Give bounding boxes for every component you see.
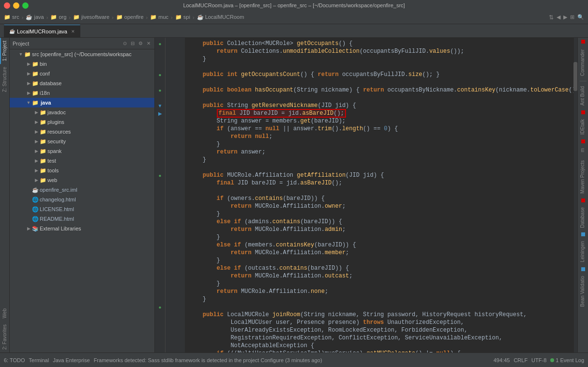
- tree-label-changelog: changelog.html: [40, 197, 76, 202]
- tree-label-i18n: i18n: [40, 90, 50, 96]
- tree-item-test[interactable]: ▶ 📁 test: [10, 156, 154, 166]
- panel-settings-button[interactable]: ⚙: [137, 41, 144, 46]
- vtab-web[interactable]: Web: [0, 306, 9, 321]
- tree-item-database[interactable]: ▶ 📁 database: [10, 78, 154, 88]
- tree-item-tools[interactable]: ▶ 📁 tools: [10, 166, 154, 175]
- statusbar-right: 494:45 CRLF UTF-8 1 Event Log: [494, 357, 584, 363]
- nav-jivesoftware[interactable]: 📁 jivesoftware: [73, 14, 109, 20]
- rs-tab-ant[interactable]: Ant Build: [579, 82, 587, 109]
- panel-sync-button[interactable]: ⊙: [122, 41, 128, 46]
- folder-icon-java: 📁: [32, 100, 40, 106]
- tree-item-javadoc[interactable]: ▶ 📁 javadoc: [10, 107, 154, 117]
- gutter-row-11: [155, 117, 165, 125]
- nav-spi[interactable]: 📁 spi: [175, 14, 190, 20]
- nav-org[interactable]: 📁 org: [50, 14, 66, 20]
- nav-java[interactable]: ☕ java: [26, 14, 44, 20]
- gutter-row-1: ●: [155, 40, 165, 47]
- gutter-row-18: ●: [155, 171, 165, 179]
- nav-icon-search[interactable]: 🔍: [577, 14, 584, 20]
- maximize-button[interactable]: [22, 2, 29, 9]
- tree-item-web[interactable]: ▶ 📁 web: [10, 175, 154, 185]
- gutter-row-22: [155, 202, 165, 210]
- tree-item-plugins[interactable]: ▶ 📁 plugins: [10, 117, 154, 127]
- tab-close-button[interactable]: ✕: [71, 29, 75, 34]
- tree-arrow-resources: ▶: [33, 129, 40, 134]
- statusbar-encoding[interactable]: UTF-8: [531, 357, 546, 363]
- vtab-project[interactable]: 1: Project: [0, 38, 9, 64]
- vtab-structure[interactable]: Z: Structure: [0, 64, 9, 95]
- encoding-label: UTF-8: [531, 357, 546, 363]
- rs-tab-leiningen[interactable]: Leiningen: [579, 237, 587, 266]
- tree-item-resources[interactable]: ▶ 📁 resources: [10, 127, 154, 137]
- tree-item-changelog[interactable]: ▶ 🌐 changelog.html: [10, 195, 154, 204]
- gutter-row-3: [155, 55, 165, 63]
- statusbar-position[interactable]: 494:45: [494, 357, 510, 363]
- statusbar-todo[interactable]: 6: TODO: [4, 357, 25, 363]
- tree-item-bin[interactable]: ▶ 📁 bin: [10, 59, 154, 69]
- tree-item-conf[interactable]: ▶ 📁 conf: [10, 69, 154, 78]
- nav-icon-right[interactable]: ▶: [563, 14, 567, 20]
- tree-label-resources: resources: [47, 129, 71, 135]
- event-log-label: 1 Event Log: [556, 357, 584, 363]
- folder-icon-plugins: 📁: [40, 119, 47, 125]
- tree-item-spank[interactable]: ▶ 📁 spank: [10, 146, 154, 156]
- gutter-row-25: [155, 226, 165, 233]
- nav-localMUCRoom[interactable]: ☕ LocalMUCRoom: [197, 14, 244, 20]
- tree-item-license[interactable]: ▶ 🌐 LICENSE.html: [10, 204, 154, 214]
- folder-icon-test: 📁: [40, 158, 47, 164]
- nav-src[interactable]: 📁 src: [4, 14, 19, 20]
- gutter-marker-7: ●: [158, 88, 161, 93]
- nav-icon-layout[interactable]: ⊞: [570, 14, 574, 20]
- nav-openfire[interactable]: 📁 openfire: [116, 14, 144, 20]
- gutter-row-20: [155, 187, 165, 195]
- statusbar-line-sep[interactable]: CRLF: [513, 357, 528, 363]
- folder-icon-conf: 📁: [32, 71, 40, 77]
- gutter-row-34: [155, 295, 165, 303]
- tab-localMUCRoom[interactable]: ☕ LocalMUCRoom.java ✕: [4, 25, 80, 37]
- tree-item-readme[interactable]: ▶ 🌐 README.html: [10, 214, 154, 224]
- statusbar-message-area: Frameworks detected: Sass stdlib framewo…: [94, 357, 490, 363]
- code-scroll[interactable]: public Collection<MUCRole> getOccupants(…: [185, 38, 573, 352]
- vtab-favorites[interactable]: 2: Favorites: [0, 321, 9, 352]
- rs-tab-database[interactable]: Database: [579, 203, 587, 232]
- tree-item-security[interactable]: ▶ 📁 security: [10, 137, 154, 146]
- rs-tab-m[interactable]: m: [579, 144, 587, 156]
- statusbar-java-enterprise[interactable]: Java Enterprise: [53, 357, 90, 363]
- nav-muc[interactable]: 📁 muc: [150, 14, 168, 20]
- minimize-button[interactable]: [13, 2, 19, 9]
- close-button[interactable]: [4, 2, 10, 9]
- gutter-row-10: ▶: [155, 109, 165, 117]
- rs-tab-ideatalk[interactable]: IDEtalk: [579, 115, 587, 138]
- panel-collapse-button[interactable]: ⊟: [130, 41, 136, 46]
- nav-icon-sort[interactable]: ⇅: [549, 14, 554, 21]
- rs-tab-maven[interactable]: Maven Projects: [579, 156, 587, 198]
- tree-item-openfire-iml[interactable]: ▶ ☕ openfire_src.iml: [10, 185, 154, 195]
- tree-item-java[interactable]: ▼ 📁 java: [10, 98, 154, 107]
- tree-label-readme: README.html: [40, 216, 74, 222]
- minimap-scrollbar[interactable]: [573, 38, 577, 352]
- statusbar-event-log[interactable]: 1 Event Log: [550, 357, 584, 363]
- gutter-row-28: [155, 249, 165, 257]
- left-sidebar-tabs: 1: Project Z: Structure Web 2: Favorites: [0, 38, 10, 352]
- tree-item-external-libs[interactable]: ▶ 📚 External Libraries: [10, 224, 154, 233]
- event-log-icon: [550, 358, 554, 362]
- panel-toolbar: ⊙ ⊟ ⚙ ✕: [122, 41, 151, 46]
- tree-item-i18n[interactable]: ▶ 📁 i18n: [10, 88, 154, 98]
- rs-tab-bean[interactable]: Bean Validatio: [579, 272, 587, 311]
- gutter-row-21: [155, 195, 165, 202]
- window-controls[interactable]: [4, 2, 29, 9]
- rs-tab-commander[interactable]: Commander: [579, 46, 587, 80]
- nav-icon-left[interactable]: ◀: [557, 14, 560, 20]
- tree-root[interactable]: ▼ 📁 src [openfire_src] (~/Documents/work…: [10, 49, 154, 59]
- statusbar-terminal[interactable]: Terminal: [29, 357, 49, 363]
- rs-indicator-3: [581, 139, 585, 143]
- gutter-row-8: [155, 94, 165, 102]
- panel-close-button[interactable]: ✕: [146, 41, 151, 46]
- tree-label-spank: spank: [47, 148, 61, 154]
- gutter-row-9: ▼: [155, 102, 165, 109]
- tree-label-plugins: plugins: [47, 119, 64, 125]
- gutter-row-35: ●: [155, 303, 165, 311]
- gutter-marker-1: ●: [158, 41, 161, 46]
- breadcrumb-bar: 📁 src › ☕ java › 📁 org › 📁 jivesoftware …: [0, 11, 588, 24]
- folder-icon-javadoc: 📁: [40, 109, 47, 116]
